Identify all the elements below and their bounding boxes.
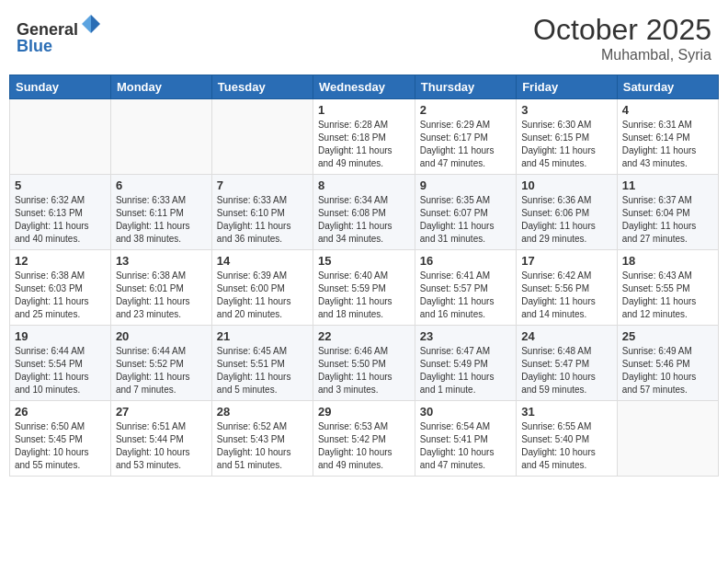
calendar-cell: 7Sunrise: 6:33 AM Sunset: 6:10 PM Daylig… — [211, 175, 313, 250]
day-info: Sunrise: 6:48 AM Sunset: 5:47 PM Dayligh… — [521, 345, 612, 396]
day-info: Sunrise: 6:33 AM Sunset: 6:11 PM Dayligh… — [116, 194, 207, 246]
calendar-week-row: 19Sunrise: 6:44 AM Sunset: 5:54 PM Dayli… — [10, 326, 719, 401]
month-title: October 2025 — [533, 13, 711, 47]
calendar-week-row: 1Sunrise: 6:28 AM Sunset: 6:18 PM Daylig… — [10, 99, 719, 175]
weekday-header: Thursday — [415, 75, 516, 99]
day-number: 16 — [420, 254, 511, 268]
day-number: 14 — [217, 254, 308, 268]
day-info: Sunrise: 6:38 AM Sunset: 6:03 PM Dayligh… — [15, 270, 106, 321]
weekday-header: Friday — [517, 75, 618, 99]
calendar-cell — [110, 99, 211, 175]
day-info: Sunrise: 6:30 AM Sunset: 6:15 PM Dayligh… — [521, 119, 612, 170]
day-info: Sunrise: 6:49 AM Sunset: 5:46 PM Dayligh… — [622, 345, 713, 396]
day-info: Sunrise: 6:44 AM Sunset: 5:54 PM Dayligh… — [15, 345, 106, 396]
calendar-cell: 5Sunrise: 6:32 AM Sunset: 6:13 PM Daylig… — [10, 175, 111, 250]
calendar-cell: 18Sunrise: 6:43 AM Sunset: 5:55 PM Dayli… — [617, 250, 718, 326]
calendar-cell: 2Sunrise: 6:29 AM Sunset: 6:17 PM Daylig… — [415, 99, 516, 175]
day-number: 3 — [521, 103, 612, 117]
page-header: General Blue October 2025 Muhambal, Syri… — [9, 9, 719, 67]
calendar-week-row: 12Sunrise: 6:38 AM Sunset: 6:03 PM Dayli… — [10, 250, 719, 326]
calendar-week-row: 26Sunrise: 6:50 AM Sunset: 5:45 PM Dayli… — [10, 401, 719, 477]
day-info: Sunrise: 6:50 AM Sunset: 5:45 PM Dayligh… — [15, 420, 106, 472]
calendar-cell: 6Sunrise: 6:33 AM Sunset: 6:11 PM Daylig… — [110, 175, 211, 250]
day-number: 10 — [521, 178, 612, 192]
calendar-cell — [617, 401, 718, 477]
calendar-cell: 24Sunrise: 6:48 AM Sunset: 5:47 PM Dayli… — [517, 326, 618, 401]
calendar-cell: 15Sunrise: 6:40 AM Sunset: 5:59 PM Dayli… — [313, 250, 415, 326]
day-number: 12 — [15, 254, 106, 268]
day-number: 9 — [420, 178, 511, 192]
day-number: 23 — [420, 329, 511, 343]
calendar-cell: 10Sunrise: 6:36 AM Sunset: 6:06 PM Dayli… — [517, 175, 618, 250]
day-number: 8 — [318, 178, 410, 192]
calendar-cell: 19Sunrise: 6:44 AM Sunset: 5:54 PM Dayli… — [10, 326, 111, 401]
calendar-table: SundayMondayTuesdayWednesdayThursdayFrid… — [9, 75, 719, 477]
day-info: Sunrise: 6:36 AM Sunset: 6:06 PM Dayligh… — [521, 194, 612, 246]
calendar-cell: 22Sunrise: 6:46 AM Sunset: 5:50 PM Dayli… — [313, 326, 415, 401]
day-info: Sunrise: 6:45 AM Sunset: 5:51 PM Dayligh… — [217, 345, 308, 396]
day-number: 26 — [15, 405, 106, 419]
day-number: 20 — [116, 329, 207, 343]
day-number: 15 — [318, 254, 410, 268]
day-info: Sunrise: 6:47 AM Sunset: 5:49 PM Dayligh… — [420, 345, 511, 396]
calendar-cell: 27Sunrise: 6:51 AM Sunset: 5:44 PM Dayli… — [110, 401, 211, 477]
day-info: Sunrise: 6:35 AM Sunset: 6:07 PM Dayligh… — [420, 194, 511, 246]
day-info: Sunrise: 6:29 AM Sunset: 6:17 PM Dayligh… — [420, 119, 511, 170]
calendar-cell: 9Sunrise: 6:35 AM Sunset: 6:07 PM Daylig… — [415, 175, 516, 250]
day-number: 7 — [217, 178, 308, 192]
weekday-header: Monday — [110, 75, 211, 99]
day-number: 2 — [420, 103, 511, 117]
day-number: 5 — [15, 178, 106, 192]
day-number: 11 — [622, 178, 713, 192]
day-info: Sunrise: 6:43 AM Sunset: 5:55 PM Dayligh… — [622, 270, 713, 321]
calendar-cell — [211, 99, 313, 175]
calendar-cell: 8Sunrise: 6:34 AM Sunset: 6:08 PM Daylig… — [313, 175, 415, 250]
day-info: Sunrise: 6:39 AM Sunset: 6:00 PM Dayligh… — [217, 270, 308, 321]
day-info: Sunrise: 6:28 AM Sunset: 6:18 PM Dayligh… — [318, 119, 410, 170]
calendar-cell: 4Sunrise: 6:31 AM Sunset: 6:14 PM Daylig… — [617, 99, 718, 175]
calendar-cell: 25Sunrise: 6:49 AM Sunset: 5:46 PM Dayli… — [617, 326, 718, 401]
day-info: Sunrise: 6:37 AM Sunset: 6:04 PM Dayligh… — [622, 194, 713, 246]
day-number: 27 — [116, 405, 207, 419]
day-info: Sunrise: 6:38 AM Sunset: 6:01 PM Dayligh… — [116, 270, 207, 321]
day-info: Sunrise: 6:54 AM Sunset: 5:41 PM Dayligh… — [420, 420, 511, 472]
logo-blue: Blue — [17, 37, 52, 55]
day-number: 6 — [116, 178, 207, 192]
calendar-cell: 30Sunrise: 6:54 AM Sunset: 5:41 PM Dayli… — [415, 401, 516, 477]
day-info: Sunrise: 6:44 AM Sunset: 5:52 PM Dayligh… — [116, 345, 207, 396]
day-number: 30 — [420, 405, 511, 419]
day-number: 1 — [318, 103, 410, 117]
day-number: 17 — [521, 254, 612, 268]
day-info: Sunrise: 6:46 AM Sunset: 5:50 PM Dayligh… — [318, 345, 410, 396]
day-info: Sunrise: 6:32 AM Sunset: 6:13 PM Dayligh… — [15, 194, 106, 246]
svg-marker-1 — [82, 15, 91, 33]
day-info: Sunrise: 6:34 AM Sunset: 6:08 PM Dayligh… — [318, 194, 410, 246]
calendar-cell: 14Sunrise: 6:39 AM Sunset: 6:00 PM Dayli… — [211, 250, 313, 326]
day-number: 29 — [318, 405, 410, 419]
day-number: 18 — [622, 254, 713, 268]
calendar-cell: 20Sunrise: 6:44 AM Sunset: 5:52 PM Dayli… — [110, 326, 211, 401]
day-number: 22 — [318, 329, 410, 343]
day-info: Sunrise: 6:55 AM Sunset: 5:40 PM Dayligh… — [521, 420, 612, 472]
day-number: 31 — [521, 405, 612, 419]
day-info: Sunrise: 6:51 AM Sunset: 5:44 PM Dayligh… — [116, 420, 207, 472]
calendar-week-row: 5Sunrise: 6:32 AM Sunset: 6:13 PM Daylig… — [10, 175, 719, 250]
calendar-cell: 21Sunrise: 6:45 AM Sunset: 5:51 PM Dayli… — [211, 326, 313, 401]
title-block: October 2025 Muhambal, Syria — [533, 13, 711, 63]
day-info: Sunrise: 6:40 AM Sunset: 5:59 PM Dayligh… — [318, 270, 410, 321]
logo-icon — [80, 13, 102, 35]
calendar-cell: 16Sunrise: 6:41 AM Sunset: 5:57 PM Dayli… — [415, 250, 516, 326]
location: Muhambal, Syria — [533, 47, 711, 63]
day-info: Sunrise: 6:31 AM Sunset: 6:14 PM Dayligh… — [622, 119, 713, 170]
day-number: 28 — [217, 405, 308, 419]
logo: General Blue — [17, 13, 102, 56]
day-info: Sunrise: 6:52 AM Sunset: 5:43 PM Dayligh… — [217, 420, 308, 472]
weekday-header: Saturday — [617, 75, 718, 99]
day-info: Sunrise: 6:33 AM Sunset: 6:10 PM Dayligh… — [217, 194, 308, 246]
calendar-cell: 3Sunrise: 6:30 AM Sunset: 6:15 PM Daylig… — [517, 99, 618, 175]
calendar-cell: 29Sunrise: 6:53 AM Sunset: 5:42 PM Dayli… — [313, 401, 415, 477]
calendar-cell: 11Sunrise: 6:37 AM Sunset: 6:04 PM Dayli… — [617, 175, 718, 250]
calendar-cell: 1Sunrise: 6:28 AM Sunset: 6:18 PM Daylig… — [313, 99, 415, 175]
calendar-cell: 17Sunrise: 6:42 AM Sunset: 5:56 PM Dayli… — [517, 250, 618, 326]
weekday-header: Tuesday — [211, 75, 313, 99]
